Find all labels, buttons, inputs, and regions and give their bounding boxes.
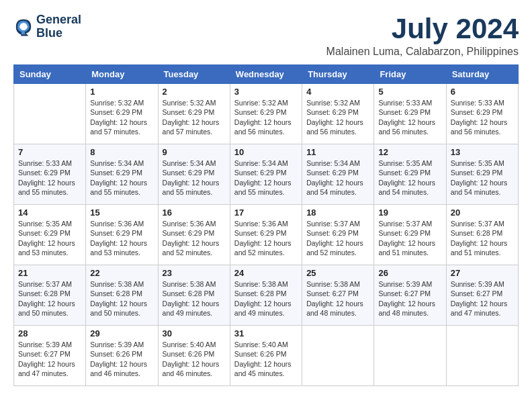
day-number: 13 — [451, 147, 514, 157]
day-number: 3 — [234, 87, 298, 97]
calendar-cell: 23Sunrise: 5:38 AMSunset: 6:28 PMDayligh… — [158, 265, 230, 326]
day-number: 21 — [18, 268, 81, 278]
day-number: 8 — [90, 147, 153, 157]
day-info: Sunrise: 5:38 AMSunset: 6:27 PMDaylight:… — [306, 279, 369, 318]
logo-line1: General — [36, 13, 81, 26]
day-number: 20 — [451, 208, 514, 218]
weekday-header: Thursday — [302, 65, 374, 84]
calendar-cell: 29Sunrise: 5:39 AMSunset: 6:26 PMDayligh… — [86, 326, 158, 386]
weekday-header: Monday — [86, 65, 158, 84]
calendar-cell: 2Sunrise: 5:32 AMSunset: 6:29 PMDaylight… — [158, 84, 230, 144]
calendar-cell: 7Sunrise: 5:33 AMSunset: 6:29 PMDaylight… — [14, 144, 86, 205]
calendar-cell: 31Sunrise: 5:40 AMSunset: 6:26 PMDayligh… — [230, 326, 302, 386]
day-number: 27 — [451, 268, 514, 278]
day-number: 31 — [234, 328, 298, 338]
day-number: 26 — [378, 268, 441, 278]
day-info: Sunrise: 5:36 AMSunset: 6:29 PMDaylight:… — [90, 219, 153, 257]
calendar-cell: 17Sunrise: 5:36 AMSunset: 6:29 PMDayligh… — [230, 205, 302, 265]
calendar-cell: 20Sunrise: 5:37 AMSunset: 6:28 PMDayligh… — [446, 205, 518, 265]
day-info: Sunrise: 5:37 AMSunset: 6:28 PMDaylight:… — [18, 279, 81, 318]
day-info: Sunrise: 5:38 AMSunset: 6:28 PMDaylight:… — [163, 279, 226, 318]
calendar-cell: 14Sunrise: 5:35 AMSunset: 6:29 PMDayligh… — [14, 205, 86, 265]
day-info: Sunrise: 5:37 AMSunset: 6:29 PMDaylight:… — [378, 219, 441, 257]
calendar-cell — [374, 326, 446, 386]
day-number: 25 — [306, 268, 369, 278]
day-info: Sunrise: 5:33 AMSunset: 6:29 PMDaylight:… — [18, 158, 81, 197]
day-info: Sunrise: 5:33 AMSunset: 6:29 PMDaylight:… — [378, 98, 441, 136]
day-info: Sunrise: 5:34 AMSunset: 6:29 PMDaylight:… — [163, 158, 226, 197]
day-info: Sunrise: 5:34 AMSunset: 6:29 PMDaylight:… — [306, 158, 369, 197]
calendar-week-row: 1Sunrise: 5:32 AMSunset: 6:29 PMDaylight… — [14, 84, 519, 144]
day-info: Sunrise: 5:32 AMSunset: 6:29 PMDaylight:… — [163, 98, 226, 136]
calendar-cell: 21Sunrise: 5:37 AMSunset: 6:28 PMDayligh… — [14, 265, 86, 326]
day-number: 18 — [306, 208, 369, 218]
day-number: 1 — [90, 87, 153, 97]
calendar-cell: 11Sunrise: 5:34 AMSunset: 6:29 PMDayligh… — [302, 144, 374, 205]
day-number: 28 — [18, 328, 81, 338]
day-number: 10 — [234, 147, 298, 157]
logo: General Blue — [13, 13, 81, 40]
calendar-cell: 12Sunrise: 5:35 AMSunset: 6:29 PMDayligh… — [374, 144, 446, 205]
logo-icon — [13, 17, 34, 37]
calendar-week-row: 7Sunrise: 5:33 AMSunset: 6:29 PMDaylight… — [14, 144, 519, 205]
day-info: Sunrise: 5:38 AMSunset: 6:28 PMDaylight:… — [90, 279, 153, 318]
day-info: Sunrise: 5:34 AMSunset: 6:29 PMDaylight:… — [90, 158, 153, 197]
day-info: Sunrise: 5:39 AMSunset: 6:27 PMDaylight:… — [451, 279, 514, 318]
calendar-cell — [14, 84, 86, 144]
day-number: 4 — [306, 87, 369, 97]
day-number: 22 — [90, 268, 153, 278]
day-number: 11 — [306, 147, 369, 157]
calendar-cell: 4Sunrise: 5:32 AMSunset: 6:29 PMDaylight… — [302, 84, 374, 144]
day-number: 7 — [18, 147, 81, 157]
day-number: 17 — [234, 208, 298, 218]
day-number: 24 — [234, 268, 298, 278]
calendar-cell: 26Sunrise: 5:39 AMSunset: 6:27 PMDayligh… — [374, 265, 446, 326]
day-info: Sunrise: 5:35 AMSunset: 6:29 PMDaylight:… — [378, 158, 441, 197]
day-number: 16 — [163, 208, 226, 218]
calendar-title: July 2024 — [326, 13, 519, 44]
calendar-cell: 6Sunrise: 5:33 AMSunset: 6:29 PMDaylight… — [446, 84, 518, 144]
day-number: 29 — [90, 328, 153, 338]
day-number: 30 — [163, 328, 226, 338]
weekday-header: Wednesday — [230, 65, 302, 84]
day-info: Sunrise: 5:35 AMSunset: 6:29 PMDaylight:… — [18, 219, 81, 257]
day-number: 5 — [378, 87, 441, 97]
day-info: Sunrise: 5:39 AMSunset: 6:27 PMDaylight:… — [18, 340, 81, 378]
calendar-week-row: 21Sunrise: 5:37 AMSunset: 6:28 PMDayligh… — [14, 265, 519, 326]
day-info: Sunrise: 5:33 AMSunset: 6:29 PMDaylight:… — [451, 98, 514, 136]
day-number: 2 — [163, 87, 226, 97]
calendar-cell: 18Sunrise: 5:37 AMSunset: 6:29 PMDayligh… — [302, 205, 374, 265]
calendar-table: SundayMondayTuesdayWednesdayThursdayFrid… — [13, 64, 519, 386]
day-number: 12 — [378, 147, 441, 157]
day-number: 23 — [163, 268, 226, 278]
calendar-week-row: 14Sunrise: 5:35 AMSunset: 6:29 PMDayligh… — [14, 205, 519, 265]
day-info: Sunrise: 5:39 AMSunset: 6:26 PMDaylight:… — [90, 340, 153, 378]
calendar-cell: 27Sunrise: 5:39 AMSunset: 6:27 PMDayligh… — [446, 265, 518, 326]
day-number: 19 — [378, 208, 441, 218]
calendar-cell: 25Sunrise: 5:38 AMSunset: 6:27 PMDayligh… — [302, 265, 374, 326]
day-info: Sunrise: 5:35 AMSunset: 6:29 PMDaylight:… — [451, 158, 514, 197]
logo-line2: Blue — [36, 26, 62, 40]
day-number: 6 — [451, 87, 514, 97]
weekday-header-row: SundayMondayTuesdayWednesdayThursdayFrid… — [14, 65, 519, 84]
day-info: Sunrise: 5:38 AMSunset: 6:28 PMDaylight:… — [234, 279, 298, 318]
weekday-header: Tuesday — [158, 65, 230, 84]
day-info: Sunrise: 5:40 AMSunset: 6:26 PMDaylight:… — [234, 340, 298, 378]
day-info: Sunrise: 5:32 AMSunset: 6:29 PMDaylight:… — [234, 98, 298, 136]
day-info: Sunrise: 5:40 AMSunset: 6:26 PMDaylight:… — [163, 340, 226, 378]
day-info: Sunrise: 5:32 AMSunset: 6:29 PMDaylight:… — [90, 98, 153, 136]
header: General Blue July 2024 Malainen Luma, Ca… — [13, 13, 519, 58]
day-number: 15 — [90, 208, 153, 218]
calendar-cell: 3Sunrise: 5:32 AMSunset: 6:29 PMDaylight… — [230, 84, 302, 144]
calendar-cell: 19Sunrise: 5:37 AMSunset: 6:29 PMDayligh… — [374, 205, 446, 265]
calendar-cell: 9Sunrise: 5:34 AMSunset: 6:29 PMDaylight… — [158, 144, 230, 205]
calendar-subtitle: Malainen Luma, Calabarzon, Philippines — [326, 46, 519, 58]
logo-text: General Blue — [36, 13, 81, 40]
calendar-cell: 28Sunrise: 5:39 AMSunset: 6:27 PMDayligh… — [14, 326, 86, 386]
day-number: 14 — [18, 208, 81, 218]
calendar-cell: 5Sunrise: 5:33 AMSunset: 6:29 PMDaylight… — [374, 84, 446, 144]
calendar-cell: 15Sunrise: 5:36 AMSunset: 6:29 PMDayligh… — [86, 205, 158, 265]
day-number: 9 — [163, 147, 226, 157]
day-info: Sunrise: 5:37 AMSunset: 6:29 PMDaylight:… — [306, 219, 369, 257]
weekday-header: Sunday — [14, 65, 86, 84]
